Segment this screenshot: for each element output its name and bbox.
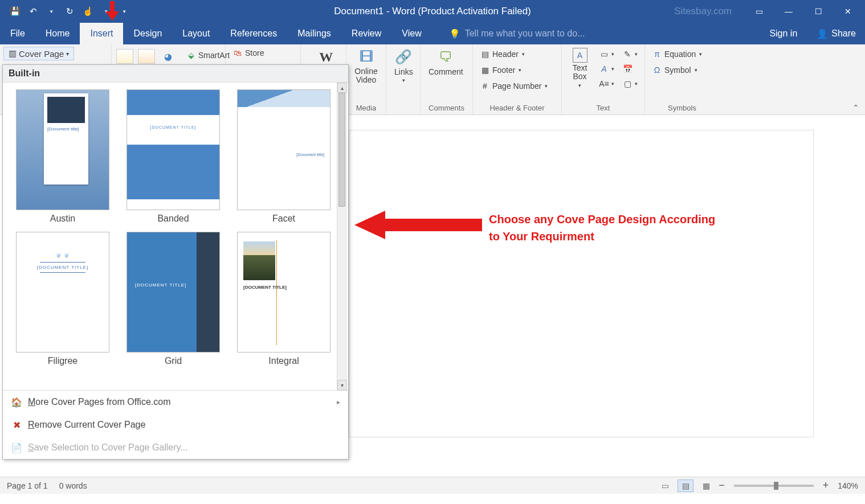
store-label: Store — [245, 48, 264, 58]
gallery-header: Built-in — [3, 65, 348, 83]
zoom-out-icon[interactable]: − — [719, 480, 725, 491]
online-pictures-icon[interactable] — [138, 49, 155, 64]
document-page[interactable] — [349, 130, 814, 437]
save-to-gallery-label: Save Selection to Cover Page Gallery... — [28, 442, 188, 453]
scroll-thumb[interactable] — [338, 93, 345, 207]
online-video-button[interactable]: 🎞 Online Video — [351, 47, 381, 86]
tab-home[interactable]: Home — [35, 23, 80, 44]
footer-icon: ▦ — [480, 65, 490, 75]
tab-file[interactable]: File — [0, 23, 35, 44]
zoom-slider[interactable] — [734, 485, 814, 487]
store-icon: 🛍 — [232, 48, 243, 58]
undo-dropdown-icon[interactable]: ▾ — [43, 3, 59, 19]
read-mode-icon[interactable]: ▭ — [657, 480, 673, 492]
cover-page-gallery: Built-in [Document title] Austin [DOCUME… — [2, 64, 349, 460]
sign-in-link[interactable]: Sign in — [759, 23, 807, 44]
tab-references[interactable]: References — [220, 23, 287, 44]
wikipedia-icon: W — [317, 48, 335, 66]
tab-view[interactable]: View — [391, 23, 431, 44]
footer-button[interactable]: ▦Footer▾ — [478, 64, 550, 76]
tab-mailings[interactable]: Mailings — [287, 23, 341, 44]
date-time-button[interactable]: 📅 — [620, 63, 640, 75]
comment-label: Comment — [429, 67, 463, 76]
cover-facet[interactable]: [Document title] Facet — [234, 89, 333, 224]
object-icon: ▢ — [622, 79, 633, 89]
tab-layout[interactable]: Layout — [172, 23, 220, 44]
undo-icon[interactable]: ↶ — [25, 3, 41, 19]
signature-line-button[interactable]: ✎▾ — [620, 48, 640, 60]
chevron-down-icon: ▾ — [402, 77, 405, 83]
shapes-icon[interactable]: ◕ — [160, 49, 177, 64]
symbol-button[interactable]: ΩSymbol▾ — [650, 64, 704, 76]
drop-cap-icon: A≡ — [599, 79, 609, 89]
tab-review[interactable]: Review — [341, 23, 391, 44]
chevron-down-icon: ▾ — [66, 51, 69, 57]
annotation-arrow-down-icon — [105, 1, 119, 22]
text-box-icon: A — [573, 48, 587, 63]
scroll-down-icon[interactable]: ▾ — [337, 380, 347, 390]
gallery-scrollbar[interactable]: ▴ ▾ — [337, 83, 347, 390]
svg-marker-0 — [105, 1, 119, 21]
text-group-label: Text — [566, 103, 640, 113]
share-label: Share — [831, 28, 856, 39]
header-button[interactable]: ▤Header▾ — [478, 48, 550, 60]
more-cover-pages-label: More Cover Pages from Office.com — [28, 397, 170, 407]
links-button[interactable]: 🔗 Links ▾ — [391, 47, 417, 84]
cover-page-button[interactable]: ▥ Cover Page ▾ — [3, 47, 74, 60]
smartart-label: SmartArt — [198, 51, 230, 60]
comment-button[interactable]: 🗨 Comment — [425, 47, 467, 77]
bottom-strip — [0, 494, 865, 504]
print-layout-icon[interactable]: ▤ — [678, 480, 693, 492]
web-layout-icon[interactable]: ▦ — [698, 480, 714, 492]
cover-page-icon: ▥ — [9, 48, 17, 59]
equation-label: Equation — [664, 50, 696, 59]
cover-label: Grid — [165, 356, 182, 366]
submenu-arrow-icon: ▸ — [337, 398, 340, 406]
statusbar: Page 1 of 1 0 words ▭ ▤ ▦ − + 140% — [0, 477, 865, 494]
smartart-button[interactable]: ⬙ SmartArt — [183, 49, 232, 62]
zoom-slider-knob[interactable] — [774, 482, 778, 490]
tab-insert[interactable]: Insert — [80, 23, 123, 44]
redo-icon[interactable]: ↻ — [62, 3, 77, 19]
footer-label: Footer — [492, 65, 515, 75]
symbol-label: Symbol — [664, 65, 691, 75]
chevron-down-icon: ▾ — [578, 83, 581, 88]
pictures-icon[interactable] — [116, 49, 133, 64]
ribbon-display-options-icon[interactable]: ▭ — [746, 3, 772, 20]
page-number-button[interactable]: #Page Number▾ — [478, 80, 550, 92]
tell-me-search[interactable]: 💡 Tell me what you want to do... — [432, 23, 585, 44]
drop-cap-button[interactable]: A≡▾ — [597, 77, 617, 90]
minimize-icon[interactable]: — — [776, 3, 801, 20]
save-icon[interactable]: 💾 — [7, 3, 23, 19]
equation-button[interactable]: πEquation▾ — [650, 48, 704, 60]
remove-cover-page[interactable]: ✖ Remove Current Cover Page — [3, 413, 348, 436]
quick-parts-button[interactable]: ▭▾ — [597, 48, 617, 60]
wordart-button[interactable]: A▾ — [597, 63, 617, 75]
zoom-level[interactable]: 140% — [838, 481, 858, 490]
cover-label: Filigree — [48, 356, 77, 366]
maximize-icon[interactable]: ☐ — [806, 3, 831, 20]
more-cover-pages[interactable]: 🏠 More Cover Pages from Office.com ▸ — [3, 391, 348, 413]
cover-thumb-austin: [Document title] — [16, 89, 109, 210]
cover-thumb-integral: [DOCUMENT TITLE] — [237, 232, 331, 353]
object-button[interactable]: ▢▾ — [620, 77, 640, 90]
word-count[interactable]: 0 words — [59, 481, 87, 490]
cover-banded[interactable]: [DOCUMENT TITLE] Banded — [124, 89, 223, 224]
tab-design[interactable]: Design — [123, 23, 172, 44]
close-icon[interactable]: ✕ — [835, 3, 860, 20]
collapse-ribbon-icon[interactable]: ⌃ — [852, 103, 859, 112]
page-indicator[interactable]: Page 1 of 1 — [7, 481, 48, 490]
comment-icon: 🗨 — [436, 48, 455, 66]
store-button[interactable]: 🛍 Store — [230, 47, 266, 59]
touch-mode-icon[interactable]: ☝ — [80, 3, 96, 19]
cover-filigree[interactable]: ❦ ❦[DOCUMENT TITLE] Filigree — [13, 232, 112, 366]
cover-grid[interactable]: [DOCUMENT TITLE] Grid — [124, 232, 223, 366]
cover-integral[interactable]: [DOCUMENT TITLE] Integral — [234, 232, 333, 366]
scroll-up-icon[interactable]: ▴ — [337, 83, 347, 93]
office-icon: 🏠 — [11, 396, 22, 408]
text-box-button[interactable]: A Text Box ▾ — [566, 47, 593, 89]
share-button[interactable]: 👤 Share — [807, 23, 865, 44]
links-label: Links — [394, 67, 413, 76]
cover-austin[interactable]: [Document title] Austin — [13, 89, 112, 224]
zoom-in-icon[interactable]: + — [823, 480, 829, 491]
